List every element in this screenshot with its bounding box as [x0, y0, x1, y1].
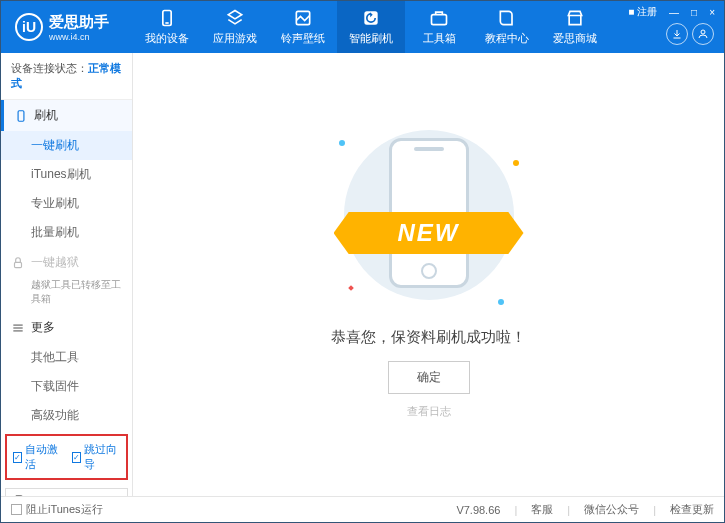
- nav-ringtones[interactable]: 铃声壁纸: [269, 1, 337, 53]
- download-icon: [671, 28, 683, 40]
- sidebar-item-itunes[interactable]: iTunes刷机: [1, 160, 132, 189]
- minimize-button[interactable]: —: [666, 7, 682, 18]
- titlebar: iU 爱思助手 www.i4.cn 我的设备 应用游戏 铃声壁纸 智能刷机 工具…: [1, 1, 724, 53]
- svg-point-5: [701, 30, 705, 34]
- support-link[interactable]: 客服: [531, 502, 553, 517]
- nav-apps[interactable]: 应用游戏: [201, 1, 269, 53]
- store-icon: [565, 8, 585, 28]
- sidebar-item-other[interactable]: 其他工具: [1, 343, 132, 372]
- main-content: NEW 恭喜您，保资料刷机成功啦！ 确定 查看日志: [133, 53, 724, 496]
- phone-icon: [157, 8, 177, 28]
- nav-tutorial[interactable]: 教程中心: [473, 1, 541, 53]
- body: 设备连接状态：正常模式 刷机 一键刷机 iTunes刷机 专业刷机 批量刷机 一…: [1, 53, 724, 496]
- logo-area: iU 爱思助手 www.i4.cn: [1, 13, 133, 42]
- version-label: V7.98.66: [456, 504, 500, 516]
- lock-icon: [11, 256, 25, 270]
- brand-name: 爱思助手: [49, 13, 109, 32]
- success-illustration: NEW: [329, 130, 529, 310]
- close-button[interactable]: ×: [706, 7, 718, 18]
- sidebar: 设备连接状态：正常模式 刷机 一键刷机 iTunes刷机 专业刷机 批量刷机 一…: [1, 53, 133, 496]
- footer: 阻止iTunes运行 V7.98.66 | 客服 | 微信公众号 | 检查更新: [1, 496, 724, 522]
- skip-wizard-checkbox[interactable]: ✓跳过向导: [72, 442, 121, 472]
- nav-flash[interactable]: 智能刷机: [337, 1, 405, 53]
- svg-rect-7: [15, 262, 22, 267]
- sidebar-item-advanced[interactable]: 高级功能: [1, 401, 132, 430]
- toolbox-icon: [429, 8, 449, 28]
- nav-my-device[interactable]: 我的设备: [133, 1, 201, 53]
- sidebar-cat-more[interactable]: 更多: [1, 312, 132, 343]
- book-icon: [497, 8, 517, 28]
- sidebar-item-firmware[interactable]: 下载固件: [1, 372, 132, 401]
- connection-status: 设备连接状态：正常模式: [1, 53, 132, 100]
- update-link[interactable]: 检查更新: [670, 502, 714, 517]
- user-button[interactable]: [692, 23, 714, 45]
- main-nav: 我的设备 应用游戏 铃声壁纸 智能刷机 工具箱 教程中心 爱思商城: [133, 1, 609, 53]
- nav-toolbox[interactable]: 工具箱: [405, 1, 473, 53]
- register-link[interactable]: ■ 注册: [625, 5, 660, 19]
- refresh-icon: [361, 8, 381, 28]
- svg-rect-6: [18, 110, 24, 121]
- maximize-button[interactable]: □: [688, 7, 700, 18]
- ok-button[interactable]: 确定: [388, 361, 470, 394]
- logo-icon: iU: [15, 13, 43, 41]
- svg-rect-4: [432, 15, 447, 25]
- app-window: iU 爱思助手 www.i4.cn 我的设备 应用游戏 铃声壁纸 智能刷机 工具…: [0, 0, 725, 523]
- wechat-link[interactable]: 微信公众号: [584, 502, 639, 517]
- auto-activate-checkbox[interactable]: ✓自动激活: [13, 442, 62, 472]
- view-log-link[interactable]: 查看日志: [407, 404, 451, 419]
- nav-store[interactable]: 爱思商城: [541, 1, 609, 53]
- download-button[interactable]: [666, 23, 688, 45]
- options-highlight: ✓自动激活 ✓跳过向导: [5, 434, 128, 480]
- jailbreak-note: 越狱工具已转移至工具箱: [1, 278, 132, 312]
- apps-icon: [225, 8, 245, 28]
- success-message: 恭喜您，保资料刷机成功啦！: [331, 328, 526, 347]
- sidebar-cat-flash[interactable]: 刷机: [1, 100, 132, 131]
- sidebar-item-oneclick[interactable]: 一键刷机: [1, 131, 132, 160]
- menu-icon: [11, 321, 25, 335]
- window-controls: ■ 注册 — □ ×: [625, 5, 718, 19]
- block-itunes-checkbox[interactable]: 阻止iTunes运行: [11, 502, 103, 517]
- brand-site: www.i4.cn: [49, 32, 109, 42]
- new-ribbon: NEW: [334, 212, 524, 254]
- device-card[interactable]: 📱 iPhone 12 mini 64GB Down-12mini-13,1: [5, 488, 128, 496]
- user-icon: [697, 28, 709, 40]
- sidebar-item-pro[interactable]: 专业刷机: [1, 189, 132, 218]
- sidebar-cat-jailbreak[interactable]: 一键越狱: [1, 247, 132, 278]
- phone-small-icon: [14, 109, 28, 123]
- wallpaper-icon: [293, 8, 313, 28]
- sidebar-item-batch[interactable]: 批量刷机: [1, 218, 132, 247]
